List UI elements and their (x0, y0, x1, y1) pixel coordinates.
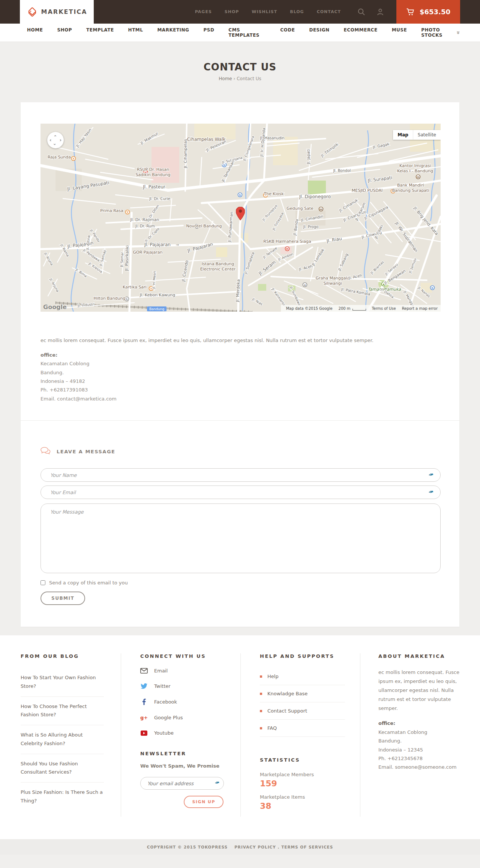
category-nav-item[interactable]: DESIGN (309, 27, 329, 38)
pan-left-icon[interactable]: ‹ (50, 137, 51, 142)
category-nav-item[interactable]: CMS TEMPLATES (228, 27, 266, 38)
header-nav-item[interactable]: CONTACT (317, 9, 341, 14)
pan-right-icon[interactable]: › (60, 137, 62, 142)
blog-post-link[interactable]: What is So Alluring About Celebrity Fash… (21, 725, 104, 754)
svg-text:Bandung: Bandung (149, 307, 164, 311)
footer-about-column: ABOUT MARKETICA ec mollis lorem consequa… (360, 653, 459, 817)
map-type-satellite-button[interactable]: Satellite (413, 130, 441, 140)
header-nav: PAGESSHOPWISHLISTBLOGCONTACT (195, 9, 341, 14)
chevron-down-icon[interactable]: » (455, 31, 462, 34)
footer-connect-column: CONNECT WITH US Email Twitter (121, 653, 240, 817)
form-heading: LEAVE A MESSAGE (57, 449, 115, 454)
breadcrumb-home-link[interactable]: Home (219, 76, 232, 81)
signup-button[interactable]: SIGN UP (184, 796, 224, 808)
category-nav-item[interactable]: MUSE (392, 27, 407, 38)
copyright-bar: COPYRIGHT © 2015 TOKOPRESS PRIVACY POLIC… (0, 839, 480, 855)
connect-column-title: CONNECT WITH US (140, 653, 224, 659)
category-nav-item[interactable]: HOME (27, 27, 43, 38)
send-copy-option[interactable]: Send a copy of this email to you (40, 580, 440, 586)
map-marker-pin[interactable] (236, 207, 245, 222)
user-icon[interactable] (376, 8, 384, 16)
submit-button[interactable]: SUBMIT (40, 592, 85, 605)
privacy-policy-link[interactable]: PRIVACY POLICY (234, 845, 276, 849)
map-label: Jl. Japati (306, 149, 310, 164)
google-logo[interactable]: Google (43, 303, 67, 311)
terms-of-services-link[interactable]: TERMS OF SERVICES (281, 845, 333, 849)
office-line: Ph. +62817391083 (40, 385, 440, 394)
map-type-map-button[interactable]: Map (393, 130, 413, 140)
map-label: Bank Mandiri (397, 183, 424, 188)
pan-up-icon[interactable]: › (52, 135, 57, 137)
map-label: Gedung Sate (286, 206, 314, 211)
blog-post-link[interactable]: Should You Use Fashion Consultant Servic… (21, 754, 104, 783)
name-input[interactable] (40, 468, 441, 482)
svg-text:b: b (239, 194, 241, 197)
search-icon[interactable] (357, 8, 366, 16)
blog-post-link[interactable]: Plus Size Fashion: Is There Such a Thing… (21, 783, 104, 811)
map-label: Novotel Bandung (186, 224, 222, 229)
map-label: Jl. Pajajaran (144, 242, 171, 247)
newsletter-title: NEWSLETTER (140, 751, 224, 756)
map-label: RSUP Dr. Hasan (137, 167, 169, 172)
map-label: Sadikin Bandung (136, 172, 171, 177)
help-link[interactable]: Help (260, 668, 345, 685)
message-textarea[interactable] (40, 503, 441, 573)
cart-button[interactable]: $653.50 (396, 0, 460, 24)
about-office-line: Ph. +6212345678 (378, 754, 459, 763)
map-label: Jl. Pasteur (142, 184, 165, 190)
social-link[interactable]: g+ Google Plus (140, 715, 224, 720)
category-nav: HOMESHOPTEMPLATEHTMLMARKETINGPSDCMS TEMP… (0, 24, 480, 42)
email-input[interactable] (40, 486, 441, 499)
header-nav-item[interactable]: SHOP (225, 9, 239, 14)
category-nav-item[interactable]: ECOMMERCE (344, 27, 378, 38)
category-nav-item[interactable]: MARKETING (157, 27, 189, 38)
help-link[interactable]: Knowladge Base (260, 685, 345, 702)
category-nav-item[interactable]: PSD (203, 27, 214, 38)
statistic-label: Marketplace Members (260, 772, 345, 777)
blog-post-link[interactable]: How To Start Your Own Fashion Store? (21, 668, 104, 697)
social-link[interactable]: Twitter (140, 683, 224, 689)
category-nav-item[interactable]: TEMPLATE (86, 27, 114, 38)
site-footer: FROM OUR BLOG How To Start Your Own Fash… (0, 635, 480, 839)
google-map[interactable]: Bandung YYYYHHmmhhcbbb▪▪→Cihampelas Walk… (40, 124, 441, 312)
report-map-error-link[interactable]: Report a map error (402, 306, 438, 311)
terms-of-use-link[interactable]: Terms of Use (372, 306, 396, 311)
social-label: Twitter (154, 683, 171, 689)
map-poi-icon: H (285, 247, 290, 251)
category-nav-item[interactable]: CODE (280, 27, 295, 38)
office-address: office: Kecamatan CoblongBandung.Indones… (40, 351, 440, 403)
header-nav-item[interactable]: BLOG (290, 9, 304, 14)
facebook-icon (140, 699, 148, 705)
map-label: Kartika Sari (123, 285, 146, 290)
help-link[interactable]: Contact Support (260, 702, 345, 720)
svg-text:m: m (320, 208, 322, 211)
about-office-line: Kecamatan Coblong (378, 728, 459, 737)
map-label: Prima Rasa (100, 208, 123, 213)
brand-logo[interactable]: MARKETICA (20, 0, 94, 24)
social-link[interactable]: Facebook (140, 699, 224, 705)
send-copy-checkbox[interactable] (40, 580, 45, 585)
category-nav-item[interactable]: SHOP (57, 27, 72, 38)
help-link[interactable]: FAQ (260, 720, 345, 737)
header-nav-item[interactable]: WISHLIST (252, 9, 277, 14)
map-pan-control[interactable]: › › ‹ › (47, 132, 64, 148)
footer-blog-column: FROM OUR BLOG How To Start Your Own Fash… (21, 653, 121, 817)
blog-post-link[interactable]: How To Choose The Perfect Fashion Store? (21, 697, 104, 726)
about-office-title: office: (378, 719, 459, 728)
header-nav-item[interactable]: PAGES (195, 9, 212, 14)
newsletter-email-input[interactable] (140, 777, 224, 790)
svg-text:b: b (431, 287, 433, 290)
pan-down-icon[interactable]: › (52, 143, 57, 145)
map-label: The Kiosk (263, 191, 284, 196)
social-link[interactable]: Email (140, 668, 224, 674)
newsletter-tagline: We Won't Spam, We Promise (140, 763, 224, 769)
square-bullet-icon (260, 727, 262, 729)
scale-bar-icon (352, 309, 366, 311)
map-label: Jl. Dr. Rum (135, 224, 155, 228)
page-title: CONTACT US (0, 61, 480, 73)
category-nav-item[interactable]: PHOTO STOCKS (421, 27, 456, 38)
social-link[interactable]: Youtube (140, 730, 224, 736)
map-label: Jl. Diponegoro (299, 194, 331, 199)
square-bullet-icon (260, 693, 262, 695)
category-nav-item[interactable]: HTML (128, 27, 143, 38)
